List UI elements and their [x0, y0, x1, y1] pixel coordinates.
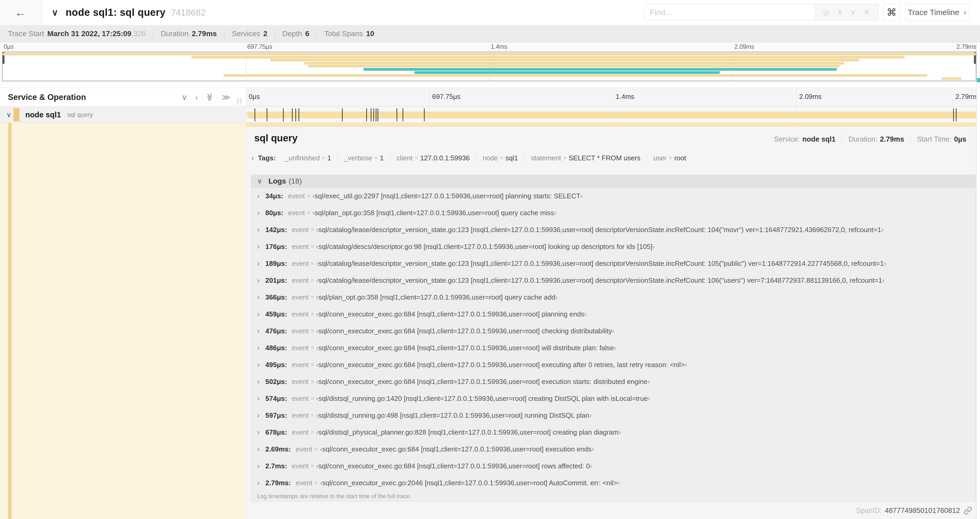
span-detail-title: sql query — [254, 133, 298, 144]
summary-label: Depth — [282, 30, 302, 38]
tag-item[interactable]: statement=SELECT * FROM users — [524, 154, 647, 162]
keyboard-shortcuts-button[interactable]: ⌘ — [883, 4, 900, 21]
tags-row[interactable]: › Tags: _unfinished=1_verbose=1client=12… — [251, 154, 692, 162]
deep-link-icon[interactable] — [964, 506, 972, 515]
tag-item[interactable]: client=127.0.0.1:59936 — [390, 154, 476, 162]
log-field-value: ‹sql/catalog/lease/descriptor_version_st… — [316, 260, 886, 268]
span-duration-bar[interactable] — [247, 112, 977, 118]
log-row[interactable]: ›201μs:event=‹sql/catalog/lease/descript… — [251, 272, 975, 289]
log-row[interactable]: ›34μs:event=‹sql/exec_util.go:2297 [nsql… — [251, 187, 975, 204]
log-expand-icon[interactable]: › — [257, 293, 259, 302]
log-row[interactable]: ›678μs:event=‹sql/distsql_physical_plann… — [251, 424, 975, 441]
detail-overview-item: Service:node sql1 — [768, 135, 842, 143]
minimap-span — [304, 62, 844, 65]
log-expand-icon[interactable]: › — [257, 394, 259, 403]
log-expand-icon[interactable]: › — [257, 327, 259, 335]
close-quote-icon: › — [648, 394, 650, 402]
clear-search-icon[interactable]: ✕ — [864, 8, 870, 17]
log-field-key: event — [292, 276, 309, 284]
next-result-icon[interactable]: ∨ — [850, 8, 856, 17]
tag-item[interactable]: _unfinished=1 — [278, 154, 337, 162]
log-marker-tick — [366, 109, 367, 121]
log-row[interactable]: ›189μs:event=‹sql/catalog/lease/descript… — [251, 255, 975, 272]
log-row[interactable]: ›597μs:event=‹sql/distsql_running.go:498… — [251, 407, 975, 424]
log-field-key: event — [292, 394, 309, 403]
collapse-one-icon[interactable]: ∨ — [181, 93, 187, 102]
log-marker-tick — [377, 109, 378, 121]
column-resizer[interactable] — [246, 88, 246, 519]
log-expand-icon[interactable]: › — [257, 242, 259, 251]
log-expand-icon[interactable]: › — [257, 428, 259, 436]
log-expand-icon[interactable]: › — [257, 259, 259, 268]
tag-item[interactable]: node=sql1 — [476, 154, 524, 162]
log-expand-icon[interactable]: › — [257, 377, 259, 386]
back-arrow-icon: ← — [15, 6, 27, 19]
collapse-trace-icon[interactable]: ∨ — [52, 7, 58, 18]
vertical-scrollbar[interactable] — [976, 43, 980, 519]
log-marker-tick — [295, 109, 296, 121]
span-track[interactable] — [246, 107, 980, 122]
log-row[interactable]: ›502μs:event=‹sql/conn_executor_exec.go:… — [251, 373, 975, 390]
tick-label: 2.79ms — [956, 93, 978, 101]
logs-header[interactable]: ∨ Logs (18) — [251, 175, 975, 187]
log-expand-icon[interactable]: › — [257, 343, 259, 352]
span-row-label[interactable]: ∨ node sql1 sql query — [0, 107, 246, 122]
close-quote-icon: › — [882, 276, 885, 284]
back-button[interactable]: ← — [0, 0, 41, 25]
minimap-span — [364, 68, 837, 71]
log-row[interactable]: ›476μs:event=‹sql/conn_executor_exec.go:… — [251, 323, 975, 339]
tick-label: 1.4ms — [489, 43, 508, 50]
tag-value: SELECT * FROM users — [568, 154, 640, 162]
log-row[interactable]: ›80μs:event=‹sql/plan_opt.go:358 [nsql1,… — [251, 204, 975, 221]
detail-overview-item: Start Time:0μs — [910, 135, 973, 143]
top-bar: ← ∨ node sql1: sql query 7418682 ◎ ∧ ∨ ✕… — [0, 0, 980, 25]
log-field-value: ‹sql/conn_executor_exec.go:684 [nsql1,cl… — [316, 462, 592, 470]
log-expand-icon[interactable]: › — [257, 225, 259, 234]
log-equals: = — [310, 395, 314, 402]
log-field-value: ‹sql/conn_executor_exec.go:684 [nsql1,cl… — [316, 310, 586, 318]
log-row[interactable]: ›459μs:event=‹sql/conn_executor_exec.go:… — [251, 306, 975, 323]
collapse-children-icon[interactable]: ∨ — [6, 111, 11, 119]
open-quote-icon: ‹ — [312, 209, 315, 217]
log-expand-icon[interactable]: › — [257, 462, 259, 470]
timeline-minimap[interactable]: 0μs697.75μs1.4ms2.09ms2.79ms — [0, 43, 980, 82]
log-row[interactable]: ›2.69ms:event=‹sql/conn_executor_exec.go… — [251, 441, 975, 458]
find-input[interactable] — [644, 4, 814, 21]
open-quote-icon: ‹ — [316, 361, 318, 369]
expand-one-icon[interactable]: › — [195, 93, 198, 102]
open-quote-icon: ‹ — [316, 462, 318, 470]
span-detail-overview: Service:node sql1Duration:2.79msStart Ti… — [768, 135, 973, 143]
tag-item[interactable]: user=root — [647, 154, 692, 162]
locate-icon[interactable]: ◎ — [823, 8, 829, 17]
log-expand-icon[interactable]: › — [257, 479, 259, 487]
expand-all-icon[interactable]: ≫ — [222, 93, 230, 102]
log-row[interactable]: ›176μs:event=‹sql/catalog/descs/descript… — [251, 238, 975, 255]
close-quote-icon: › — [619, 428, 621, 436]
minimap-canvas[interactable] — [2, 52, 976, 81]
log-row[interactable]: ›142μs:event=‹sql/catalog/lease/descript… — [251, 221, 975, 238]
log-expand-icon[interactable]: › — [257, 209, 259, 217]
tags-expand-icon[interactable]: › — [251, 154, 254, 162]
log-timestamp: 574μs: — [265, 394, 287, 403]
log-field-value: ‹sql/exec_util.go:2297 [nsql1,client=127… — [312, 192, 583, 200]
collapse-all-icon[interactable]: ≫ — [205, 93, 215, 101]
log-expand-icon[interactable]: › — [257, 192, 259, 200]
log-row[interactable]: ›2.79ms:event=‹sql/conn_executor_exec.go… — [251, 474, 975, 491]
log-expand-icon[interactable]: › — [257, 276, 259, 284]
log-row[interactable]: ›495μs:event=‹sql/conn_executor_exec.go:… — [251, 356, 975, 373]
tag-equals: = — [322, 155, 325, 161]
log-expand-icon[interactable]: › — [257, 310, 259, 318]
column-grip-icon[interactable] — [238, 98, 241, 105]
log-expand-icon[interactable]: › — [257, 411, 259, 420]
log-row[interactable]: ›2.7ms:event=‹sql/conn_executor_exec.go:… — [251, 458, 975, 474]
log-expand-icon[interactable]: › — [257, 445, 259, 454]
log-row[interactable]: ›366μs:event=‹sql/plan_opt.go:358 [nsql1… — [251, 289, 975, 306]
log-expand-icon[interactable]: › — [257, 361, 259, 369]
view-selector-button[interactable]: Trace Timeline ∨ — [905, 4, 970, 21]
tag-item[interactable]: _verbose=1 — [337, 154, 390, 162]
minimap-span — [270, 59, 859, 61]
log-row[interactable]: ›574μs:event=‹sql/distsql_running.go:142… — [251, 390, 975, 407]
prev-result-icon[interactable]: ∧ — [837, 8, 843, 17]
log-row[interactable]: ›486μs:event=‹sql/conn_executor_exec.go:… — [251, 339, 975, 356]
tick-label: 0μs — [2, 43, 14, 50]
